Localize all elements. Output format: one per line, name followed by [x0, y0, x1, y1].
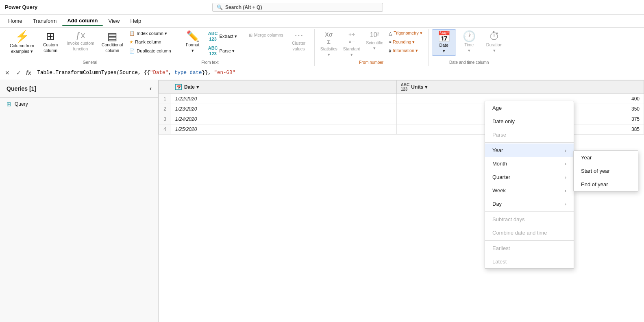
- units-col-dropdown-icon[interactable]: ▾: [425, 84, 427, 90]
- trigonometry-button[interactable]: △ Trigonometry ▾: [386, 29, 424, 37]
- formula-red-2: "en-GB": [214, 70, 236, 76]
- sidebar-collapse-button[interactable]: ‹: [150, 85, 152, 92]
- dd-year-label: Year: [492, 147, 503, 153]
- query-name: Query: [15, 101, 28, 107]
- dd-week-chevron: ›: [565, 188, 566, 193]
- dd-quarter-chevron: ›: [565, 175, 566, 180]
- formula-black-3: }},: [202, 70, 214, 76]
- formula-black-1: Table.TransformColumnTypes(Source, {{: [37, 70, 150, 76]
- dd-subtract-days-label: Subtract days: [492, 216, 525, 222]
- date-button[interactable]: 📅 Date▾: [432, 29, 456, 56]
- formula-text[interactable]: Table.TransformColumnTypes(Source, {{"Da…: [34, 69, 641, 77]
- duplicate-column-button[interactable]: 📄 Duplicate column: [127, 47, 173, 55]
- duplicate-column-label: Duplicate column: [137, 48, 171, 54]
- formula-cancel-button[interactable]: ✕: [3, 69, 11, 77]
- menu-help[interactable]: Help: [126, 16, 146, 26]
- information-button[interactable]: # Information ▾: [386, 47, 424, 55]
- rounding-button[interactable]: ≈ Rounding ▾: [386, 38, 424, 46]
- trig-label: Trigonometry ▾: [394, 30, 422, 36]
- menu-home[interactable]: Home: [3, 16, 27, 26]
- standard-icon: +÷×−: [348, 31, 355, 46]
- custom-column-icon: ⊞: [46, 31, 55, 41]
- query-table-icon: ⊞: [7, 101, 11, 107]
- formula-confirm-button[interactable]: ✓: [15, 69, 23, 77]
- sub-year[interactable]: Year: [574, 151, 638, 164]
- parse-button[interactable]: ABC123 Parse ▾: [206, 44, 239, 58]
- duration-label: Duration▾: [486, 42, 503, 53]
- dd-day[interactable]: Day ›: [485, 197, 574, 211]
- date-cell-1: 1/22/2020: [171, 94, 397, 104]
- datetime-group-label: Date and time column: [449, 59, 489, 66]
- dd-quarter[interactable]: Quarter ›: [485, 170, 574, 184]
- rank-column-button[interactable]: ★ Rank column: [127, 38, 173, 46]
- general-group-label: General: [83, 59, 98, 66]
- search-box[interactable]: 🔍 Search (Alt + Q): [212, 3, 383, 12]
- parse-label: Parse ▾: [220, 48, 235, 54]
- menu-view[interactable]: View: [104, 16, 125, 26]
- format-button[interactable]: ✏️ Format▾: [181, 29, 205, 55]
- search-icon: 🔍: [217, 4, 223, 10]
- menu-transform[interactable]: Transform: [28, 16, 62, 26]
- units-col-label: Units: [411, 84, 423, 90]
- cluster-values-button: ⋯ Clustervalues: [287, 29, 311, 53]
- dd-latest-label: Latest: [492, 259, 507, 265]
- menu-bar: Home Transform Add column View Help: [0, 15, 644, 28]
- sidebar: Queries [1] ‹ ⊞ Query: [0, 80, 159, 322]
- dd-age-label: Age: [492, 105, 502, 111]
- scientific-label: Scientific▾: [366, 40, 383, 51]
- ribbon-group-datetime: 📅 Date▾ 🕐 Time▾ ⏱ Duration▾ Date and tim…: [429, 29, 510, 66]
- ribbon-text-items: ✏️ Format▾ ABC123 Extract ▾ ABC123 Parse…: [181, 29, 239, 59]
- custom-column-label: Customcolumn: [43, 42, 58, 53]
- time-label: Time▾: [464, 42, 474, 53]
- invoke-custom-button: ƒx Invoke customfunction: [63, 29, 98, 53]
- dd-age[interactable]: Age: [485, 101, 574, 115]
- rounding-icon: ≈: [389, 39, 391, 45]
- invoke-custom-icon: ƒx: [76, 31, 85, 40]
- sub-start-of-year-label: Start of year: [581, 168, 610, 174]
- fx-label: fx: [26, 70, 31, 76]
- col-from-examples-button[interactable]: ⚡ Column fromexamples ▾: [7, 29, 37, 56]
- year-submenu: Year Start of year End of year: [573, 150, 638, 191]
- extract-button[interactable]: ABC123 Extract ▾: [206, 29, 239, 44]
- dd-latest: Latest: [485, 255, 574, 268]
- from-text-label: From text: [201, 59, 218, 66]
- sidebar-header: Queries [1] ‹: [0, 80, 158, 98]
- statistics-label: Statistics▾: [320, 46, 337, 57]
- col-from-examples-label: Column fromexamples ▾: [10, 43, 34, 54]
- dd-week[interactable]: Week ›: [485, 184, 574, 197]
- sub-year-label: Year: [581, 154, 592, 161]
- sub-start-of-year[interactable]: Start of year: [574, 164, 638, 178]
- statistics-icon: XσΣ: [325, 31, 333, 46]
- sidebar-query-item[interactable]: ⊞ Query: [0, 98, 158, 111]
- sub-end-of-year[interactable]: End of year: [574, 178, 638, 191]
- row-num-3: 3: [159, 114, 171, 124]
- date-col-dropdown-icon[interactable]: ▾: [196, 84, 199, 90]
- ribbon-small-general: 📋 Index column ▾ ★ Rank column 📄 Duplica…: [127, 29, 173, 55]
- dd-quarter-label: Quarter: [492, 174, 510, 180]
- rank-column-label: Rank column: [135, 39, 161, 45]
- row-num-2: 2: [159, 104, 171, 114]
- dd-date-only[interactable]: Date only: [485, 115, 574, 128]
- row-num-header: [159, 80, 171, 94]
- conditional-column-label: Conditionalcolumn: [102, 42, 123, 53]
- custom-column-button[interactable]: ⊞ Customcolumn: [38, 29, 63, 55]
- dd-month-chevron: ›: [565, 161, 566, 166]
- units-col-icon: ABC123: [401, 83, 410, 91]
- ribbon-general-items: ⚡ Column fromexamples ▾ ⊞ Customcolumn ƒ…: [7, 29, 174, 59]
- cluster-icon: ⋯: [294, 31, 303, 40]
- units-column-header[interactable]: ABC123 Units ▾: [396, 80, 644, 94]
- conditional-column-button[interactable]: ▤ Conditionalcolumn: [98, 29, 126, 55]
- trig-icon: △: [389, 30, 392, 36]
- merge-columns-button: ⊞ Merge columns: [246, 29, 286, 40]
- date-icon: 📅: [437, 31, 450, 42]
- index-column-button[interactable]: 📋 Index column ▾: [127, 29, 173, 37]
- date-col-icon: 📅: [175, 84, 182, 90]
- menu-add-column[interactable]: Add column: [62, 16, 102, 26]
- dd-combine-date: Combine date and time: [485, 226, 574, 239]
- rank-column-icon: ★: [129, 39, 133, 45]
- date-column-header[interactable]: 📅 Date ▾: [171, 80, 397, 94]
- cluster-label: Clustervalues: [292, 41, 305, 52]
- sub-end-of-year-label: End of year: [581, 181, 608, 187]
- dd-month[interactable]: Month ›: [485, 157, 574, 170]
- dd-year[interactable]: Year ›: [485, 144, 574, 157]
